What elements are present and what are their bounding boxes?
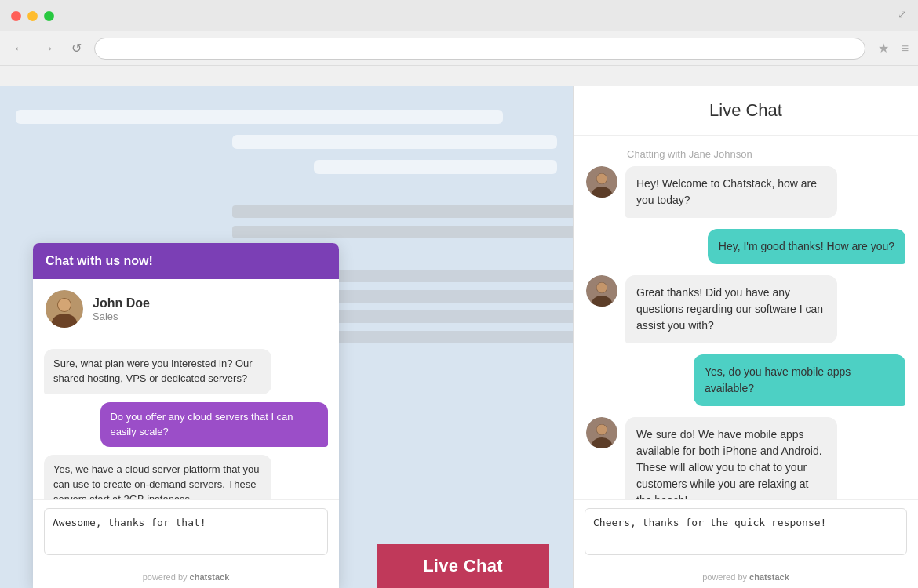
agent-avatar <box>46 290 83 328</box>
svg-point-3 <box>58 299 71 311</box>
lc-agent-avatar-2 <box>586 275 617 307</box>
traffic-light-red[interactable] <box>11 11 21 21</box>
chat-footer-prefix: powered by <box>143 572 190 582</box>
refresh-button[interactable]: ↺ <box>66 38 86 59</box>
placeholder-bars <box>0 86 573 174</box>
chat-widget: Chat with us now! John Doe Sales <box>33 243 339 588</box>
chat-messages: Sure, what plan were you interested in? … <box>33 339 339 499</box>
back-button[interactable]: ← <box>9 38 30 59</box>
lc-msg-row-1: Hey! Welcome to Chatstack, how are you t… <box>586 166 905 218</box>
chat-footer-brand: chatstack <box>190 572 230 582</box>
chat-msg-1: Sure, what plan were you interested in? … <box>44 349 271 394</box>
browser-titlebar: ⤢ <box>0 0 918 31</box>
placeholder-rows <box>0 205 573 238</box>
traffic-light-yellow[interactable] <box>27 11 38 21</box>
agent-name: John Doe <box>93 296 150 310</box>
star-icon[interactable]: ★ <box>878 41 889 56</box>
svg-point-11 <box>597 283 607 293</box>
lc-msg-row-2: Hey, I'm good thanks! How are you? <box>586 229 905 264</box>
placeholder-bar-2 <box>232 135 557 149</box>
forward-button[interactable]: → <box>38 38 58 59</box>
agent-role: Sales <box>93 310 150 322</box>
live-chat-button[interactable]: Live Chat <box>377 544 549 588</box>
lc-bubble-1: Hey! Welcome to Chatstack, how are you t… <box>625 166 837 218</box>
chat-input-area: Awesome, thanks for that! <box>33 499 339 566</box>
livechat-header: Live Chat <box>574 86 918 136</box>
livechat-footer-brand: chatstack <box>749 572 789 582</box>
traffic-light-green[interactable] <box>44 11 54 21</box>
placeholder-row-2 <box>232 226 573 238</box>
fullscreen-icon[interactable]: ⤢ <box>898 8 907 20</box>
livechat-title: Live Chat <box>588 100 904 121</box>
chat-widget-footer: powered by chatstack <box>33 566 339 588</box>
placeholder-row-1 <box>232 205 573 218</box>
lc-agent-avatar-1 <box>586 166 617 198</box>
website-area: Chat with us now! John Doe Sales <box>0 86 573 588</box>
livechat-input-area: Cheers, thanks for the quick response! <box>574 499 918 566</box>
browser-toolbar: ← → ↺ ★ ≡ <box>0 31 918 66</box>
page-content: Chat with us now! John Doe Sales <box>0 86 918 588</box>
menu-icon[interactable]: ≡ <box>902 42 909 56</box>
chat-widget-agent: John Doe Sales <box>33 279 339 339</box>
livechat-body: Chatting with Jane Johnson Hey! Welcome … <box>574 136 918 499</box>
chat-msg-3: Yes, we have a cloud server platform tha… <box>44 455 271 499</box>
lc-bubble-4: Yes, do you have mobile apps available? <box>694 354 905 406</box>
livechat-panel: Live Chat Chatting with Jane Johnson Hey… <box>573 86 918 588</box>
address-bar[interactable] <box>94 38 865 60</box>
placeholder-bar-1 <box>16 110 503 124</box>
livechat-footer-prefix: powered by <box>702 572 749 582</box>
lc-bubble-5: We sure do! We have mobile apps availabl… <box>625 417 837 499</box>
livechat-footer: powered by chatstack <box>574 566 918 588</box>
chat-msg-2: Do you offer any cloud servers that I ca… <box>100 402 328 448</box>
chat-input[interactable]: Awesome, thanks for that! <box>44 508 328 555</box>
lc-bubble-3: Great thanks! Did you have any questions… <box>625 275 837 343</box>
lc-msg-row-4: Yes, do you have mobile apps available? <box>586 354 905 406</box>
live-chat-button-container: Live Chat <box>377 544 549 588</box>
browser-chrome: ⤢ ← → ↺ ★ ≡ <box>0 0 918 86</box>
lc-bubble-2: Hey, I'm good thanks! How are you? <box>708 229 905 264</box>
chat-widget-header: Chat with us now! <box>33 243 339 279</box>
svg-point-15 <box>597 425 607 435</box>
chat-widget-title: Chat with us now! <box>46 254 153 267</box>
agent-info: John Doe Sales <box>93 296 150 322</box>
lc-msg-row-3: Great thanks! Did you have any questions… <box>586 275 905 343</box>
placeholder-bar-3 <box>314 160 558 174</box>
lc-msg-row-5: We sure do! We have mobile apps availabl… <box>586 417 905 499</box>
livechat-input[interactable]: Cheers, thanks for the quick response! <box>585 508 907 555</box>
chatting-with-label: Chatting with Jane Johnson <box>627 148 905 160</box>
lc-agent-avatar-3 <box>586 417 617 448</box>
svg-point-7 <box>597 174 607 184</box>
